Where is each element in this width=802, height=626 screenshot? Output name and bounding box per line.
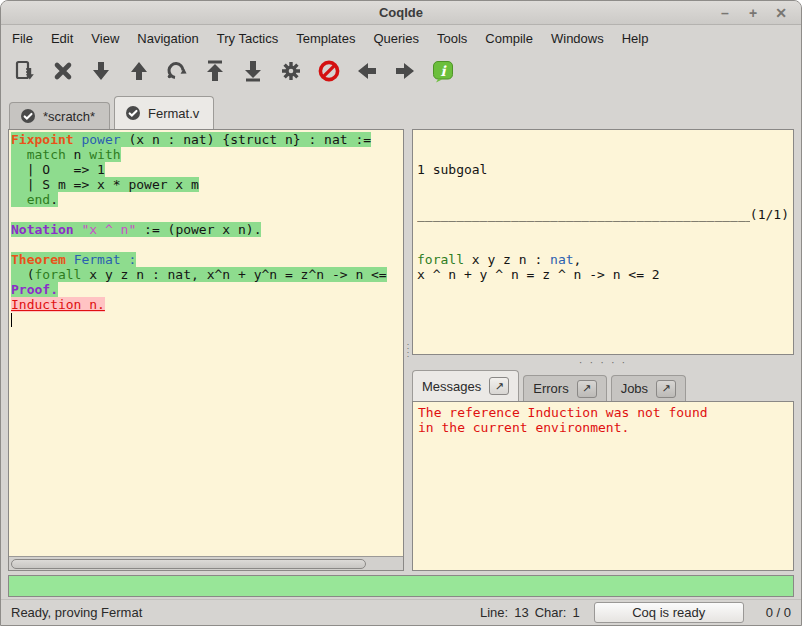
menu-item-tools[interactable]: Tools	[428, 28, 476, 49]
tab-jobs[interactable]: Jobs↗	[611, 375, 686, 401]
tab-fermat-v[interactable]: Fermat.v	[114, 96, 214, 129]
go-to-end-button[interactable]	[237, 57, 269, 89]
window-title: CoqIde	[1, 5, 801, 20]
detach-button[interactable]: ↗	[656, 380, 676, 398]
processed-highlight: match n with	[11, 147, 121, 162]
tab-messages[interactable]: Messages↗	[412, 370, 519, 401]
code-line: | O => 1	[11, 162, 403, 177]
go-to-end-icon	[241, 59, 265, 87]
coqide-window: CoqIde –+✕ FileEditViewNavigationTry Tac…	[0, 0, 802, 626]
goto-cursor-button[interactable]	[161, 57, 193, 89]
horizontal-splitter[interactable]: · · · · ·	[412, 355, 794, 369]
code-token: (	[11, 267, 34, 282]
goto-cursor-icon	[165, 59, 189, 87]
error-message-line: in the current environment.	[418, 420, 788, 435]
step-forward-icon	[89, 59, 113, 87]
fully-check-button[interactable]	[275, 57, 307, 89]
code-token: .	[50, 192, 58, 207]
close-button[interactable]: ✕	[771, 4, 791, 22]
code-line	[11, 312, 403, 327]
check-circle-icon	[125, 105, 141, 121]
goal-separator: ________________________________________…	[417, 207, 789, 222]
code-token: with	[89, 147, 120, 162]
tab-label: Fermat.v	[148, 106, 199, 121]
code-line: Fixpoint power (x n : nat) {struct n} : …	[11, 132, 403, 147]
vertical-splitter[interactable]: ····	[404, 129, 412, 571]
code-token: | S m => x * power x m	[11, 177, 199, 192]
code-line: | S m => x * power x m	[11, 177, 403, 192]
code-token: ,	[574, 252, 582, 267]
goal-statement: forall x y z n : nat,x ^ n + y ^ n = z ^…	[417, 252, 789, 282]
menu-item-templates[interactable]: Templates	[287, 28, 364, 49]
save-button[interactable]	[9, 57, 41, 89]
code-line: Proof.	[11, 282, 403, 297]
code-line: match n with	[11, 147, 403, 162]
code-token: power	[81, 132, 120, 147]
processed-highlight: end.	[11, 192, 58, 207]
code-line: (forall x y z n : nat, x^n + y^n = z^n -…	[11, 267, 403, 282]
code-token: | O => 1	[11, 162, 105, 177]
messages-pane[interactable]: The reference Induction was not foundin …	[412, 401, 794, 571]
step-backward-button[interactable]	[123, 57, 155, 89]
coq-status-button[interactable]: Coq is ready	[594, 602, 744, 623]
scrollbar-thumb[interactable]	[11, 559, 366, 569]
code-token: x y z n :	[464, 252, 550, 267]
code-token: Fermat :	[74, 252, 137, 267]
tab--scratch-[interactable]: *scratch*	[9, 102, 110, 129]
processed-highlight: Proof.	[11, 282, 58, 297]
progress-wrap	[1, 571, 801, 599]
about-button[interactable]: i	[427, 57, 459, 89]
menu-item-navigation[interactable]: Navigation	[128, 28, 207, 49]
step-forward-button[interactable]	[85, 57, 117, 89]
detach-button[interactable]: ↗	[577, 380, 597, 398]
goal-line: x ^ n + y ^ n = z ^ n -> n <= 2	[417, 267, 789, 282]
menu-item-windows[interactable]: Windows	[542, 28, 613, 49]
toolbar: i	[1, 51, 801, 95]
splitter-handle-dots: ····	[407, 342, 410, 358]
code-line: end.	[11, 192, 403, 207]
close-icon	[51, 59, 75, 87]
code-token: x ^ n + y ^ n = z ^ n -> n <= 2	[417, 267, 660, 282]
horizontal-scrollbar[interactable]	[9, 556, 403, 570]
char-label: Char:	[535, 605, 567, 620]
next-button[interactable]	[389, 57, 421, 89]
code-line: Theorem Fermat :	[11, 252, 403, 267]
text-cursor	[11, 313, 12, 327]
goals-pane[interactable]: 1 subgoal ______________________________…	[412, 129, 794, 355]
processed-highlight: | O => 1	[11, 162, 105, 177]
code-token: (x n : nat) {struct n} : nat :=	[121, 132, 371, 147]
script-editor[interactable]: Fixpoint power (x n : nat) {struct n} : …	[9, 130, 403, 556]
processed-highlight: Theorem Fermat :	[11, 252, 136, 267]
goal-line: forall x y z n : nat,	[417, 252, 789, 267]
status-right: Line: 13 Char: 1 Coq is ready 0 / 0	[480, 602, 791, 623]
maximize-button[interactable]: +	[743, 4, 763, 22]
tab-label: Jobs	[621, 381, 648, 396]
status-message: Ready, proving Fermat	[11, 605, 480, 620]
menu-item-queries[interactable]: Queries	[364, 28, 428, 49]
code-token	[11, 192, 27, 207]
step-backward-icon	[127, 59, 151, 87]
detach-button[interactable]: ↗	[489, 377, 509, 395]
menu-item-edit[interactable]: Edit	[42, 28, 82, 49]
menu-item-help[interactable]: Help	[613, 28, 658, 49]
menu-item-compile[interactable]: Compile	[476, 28, 542, 49]
message-tabrow: Messages↗Errors↗Jobs↗	[412, 369, 794, 401]
line-value: 13	[514, 605, 528, 620]
code-token: Theorem	[11, 252, 66, 267]
menu-item-file[interactable]: File	[3, 28, 42, 49]
minimize-button[interactable]: –	[715, 4, 735, 22]
menu-item-view[interactable]: View	[82, 28, 128, 49]
progress-bar	[8, 575, 794, 597]
menu-item-try-tactics[interactable]: Try Tactics	[208, 28, 287, 49]
interrupt-button[interactable]	[313, 57, 345, 89]
close-button[interactable]	[47, 57, 79, 89]
restart-icon	[203, 59, 227, 87]
code-area[interactable]: Fixpoint power (x n : nat) {struct n} : …	[9, 130, 403, 556]
titlebar[interactable]: CoqIde –+✕	[1, 1, 801, 25]
previous-icon	[355, 59, 379, 87]
editor-tabrow: *scratch*Fermat.v	[1, 95, 801, 129]
restart-button[interactable]	[199, 57, 231, 89]
code-token: Induction n.	[11, 297, 105, 312]
previous-button[interactable]	[351, 57, 383, 89]
tab-errors[interactable]: Errors↗	[523, 375, 606, 401]
